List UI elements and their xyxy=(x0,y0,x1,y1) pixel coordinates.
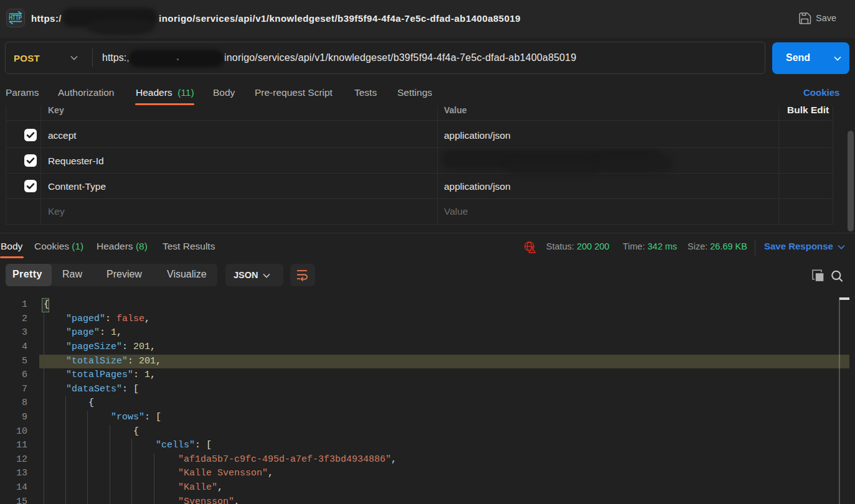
svg-text:HTTP: HTTP xyxy=(9,14,22,21)
